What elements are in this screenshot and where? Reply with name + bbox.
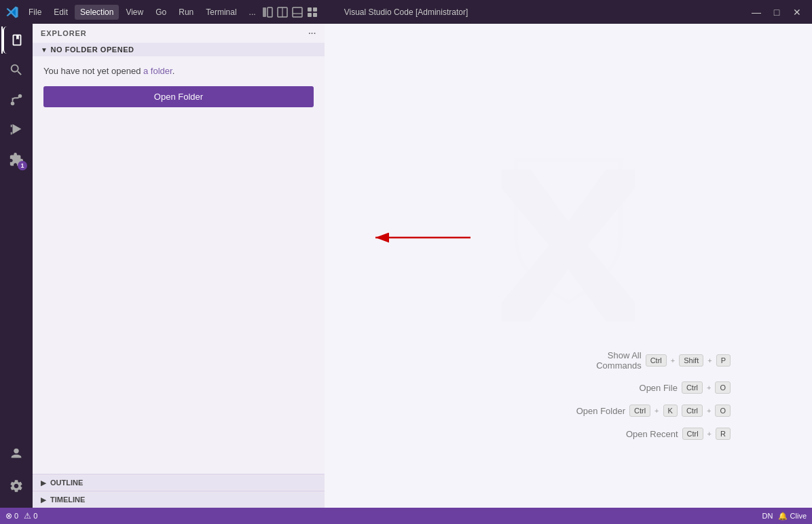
key-ctrl-5: Ctrl xyxy=(682,428,703,440)
close-button[interactable]: ✕ xyxy=(788,5,807,19)
status-clive: 🔔 Clive xyxy=(778,512,807,521)
key-o: O xyxy=(715,381,731,394)
activity-item-account[interactable] xyxy=(3,440,30,467)
timeline-chevron-icon: ▶ xyxy=(41,496,46,504)
key-o2: O xyxy=(715,405,731,417)
error-icon: ⊗ xyxy=(5,511,12,521)
chevron-down-icon: ▼ xyxy=(41,46,48,54)
outline-section[interactable]: ▶ OUTLINE xyxy=(33,474,325,491)
key-p: P xyxy=(716,354,731,367)
customize-layout-icon[interactable] xyxy=(306,6,318,18)
activity-item-explorer[interactable] xyxy=(3,26,30,54)
svg-rect-9 xyxy=(313,13,317,17)
statusbar: ⊗ 0 ⚠ 0 DN 🔔 Clive xyxy=(0,508,812,524)
key-k: K xyxy=(663,405,678,417)
key-ctrl-3: Ctrl xyxy=(629,405,650,417)
sidebar: EXPLORER ··· ▼ NO FOLDER OPENED You have… xyxy=(33,24,325,508)
activity-item-extensions[interactable]: 1 xyxy=(3,146,30,173)
no-folder-section[interactable]: ▼ NO FOLDER OPENED xyxy=(33,43,325,56)
shortcut-row-open-recent: Open Recent Ctrl + R xyxy=(576,428,731,440)
key-ctrl-4: Ctrl xyxy=(682,405,703,417)
window-controls: — □ ✕ xyxy=(747,5,807,19)
menu-selection[interactable]: Selection xyxy=(75,5,119,20)
panel-layout-icon[interactable] xyxy=(291,6,303,18)
outline-chevron-icon: ▶ xyxy=(41,479,46,487)
svg-point-12 xyxy=(14,449,18,453)
key-shift: Shift xyxy=(679,354,703,367)
menu-bar: File Edit Selection View Go Run Terminal… xyxy=(23,5,261,20)
shortcut-label-commands: Show AllCommands xyxy=(596,350,641,371)
activity-item-source-control[interactable] xyxy=(3,86,30,113)
shortcut-row-open-folder: Open Folder Ctrl + K Ctrl + O xyxy=(576,405,731,417)
timeline-label: TIMELINE xyxy=(50,495,85,504)
menu-run[interactable]: Run xyxy=(173,5,199,20)
key-ctrl-2: Ctrl xyxy=(682,381,703,394)
vscode-watermark xyxy=(473,150,663,343)
editor-layout-icon[interactable] xyxy=(276,6,289,18)
key-r: R xyxy=(716,428,731,440)
menu-more[interactable]: ... xyxy=(244,5,261,20)
shortcut-label-open-recent: Open Recent xyxy=(626,429,678,439)
shortcut-row-commands: Show AllCommands Ctrl + Shift + P xyxy=(576,350,731,371)
shortcut-label-open-folder: Open Folder xyxy=(576,406,625,416)
activity-item-run[interactable] xyxy=(3,116,30,143)
menu-file[interactable]: File xyxy=(23,5,47,20)
window-title: Visual Studio Code [Administrator] xyxy=(344,7,468,17)
menu-go[interactable]: Go xyxy=(150,5,172,20)
svg-marker-13 xyxy=(502,169,635,321)
sidebar-content: You have not yet opened a folder. Open F… xyxy=(33,56,325,474)
svg-rect-0 xyxy=(263,7,266,17)
editor-area: Show AllCommands Ctrl + Shift + P Open F… xyxy=(325,24,812,508)
welcome-shortcuts: Show AllCommands Ctrl + Shift + P Open F… xyxy=(576,350,731,440)
activity-item-search[interactable] xyxy=(3,56,30,83)
shortcut-label-open-file: Open File xyxy=(640,383,678,393)
shortcut-row-open-file: Open File Ctrl + O xyxy=(576,381,731,394)
warning-icon: ⚠ xyxy=(24,511,31,521)
explorer-label: EXPLORER xyxy=(41,29,87,37)
open-folder-button[interactable]: Open Folder xyxy=(43,86,314,107)
sidebar-toggle-icon[interactable] xyxy=(261,6,274,18)
errors-value: 0 xyxy=(14,512,18,520)
no-folder-label: NO FOLDER OPENED xyxy=(50,45,134,54)
folder-link[interactable]: a folder xyxy=(143,66,172,76)
titlebar: File Edit Selection View Go Run Terminal… xyxy=(0,0,812,24)
explorer-more-icon[interactable]: ··· xyxy=(308,29,316,37)
warnings-count[interactable]: ⚠ 0 xyxy=(24,511,37,521)
svg-rect-8 xyxy=(308,13,312,17)
status-dn: DN xyxy=(762,512,773,520)
no-folder-info: You have not yet opened a folder. xyxy=(43,64,314,78)
statusbar-right: DN 🔔 Clive xyxy=(762,512,807,521)
timeline-section[interactable]: ▶ TIMELINE xyxy=(33,491,325,508)
svg-rect-7 xyxy=(313,7,317,12)
errors-count[interactable]: ⊗ 0 xyxy=(5,511,18,521)
activity-bar: 1 xyxy=(0,24,33,508)
menu-edit[interactable]: Edit xyxy=(48,5,73,20)
warnings-value: 0 xyxy=(33,512,37,520)
vscode-logo-icon xyxy=(5,5,19,19)
svg-rect-6 xyxy=(308,7,312,12)
outline-label: OUTLINE xyxy=(50,479,83,487)
activity-bar-bottom xyxy=(3,440,30,508)
sidebar-bottom: ▶ OUTLINE ▶ TIMELINE xyxy=(33,474,325,508)
key-ctrl-1: Ctrl xyxy=(646,354,667,367)
menu-view[interactable]: View xyxy=(120,5,149,20)
sidebar-header: EXPLORER ··· xyxy=(33,24,325,43)
layout-controls xyxy=(261,6,318,18)
main-area: 1 EXPLORER ··· ▼ NO FOLDER OPENED You ha… xyxy=(0,24,812,508)
svg-rect-4 xyxy=(293,7,302,17)
minimize-button[interactable]: — xyxy=(747,5,766,19)
svg-rect-1 xyxy=(267,7,272,17)
svg-point-10 xyxy=(11,102,15,106)
extensions-badge: 1 xyxy=(18,161,27,170)
statusbar-left: ⊗ 0 ⚠ 0 xyxy=(5,511,37,521)
maximize-button[interactable]: □ xyxy=(767,5,786,19)
menu-terminal[interactable]: Terminal xyxy=(200,5,242,20)
activity-item-settings[interactable] xyxy=(3,472,30,500)
